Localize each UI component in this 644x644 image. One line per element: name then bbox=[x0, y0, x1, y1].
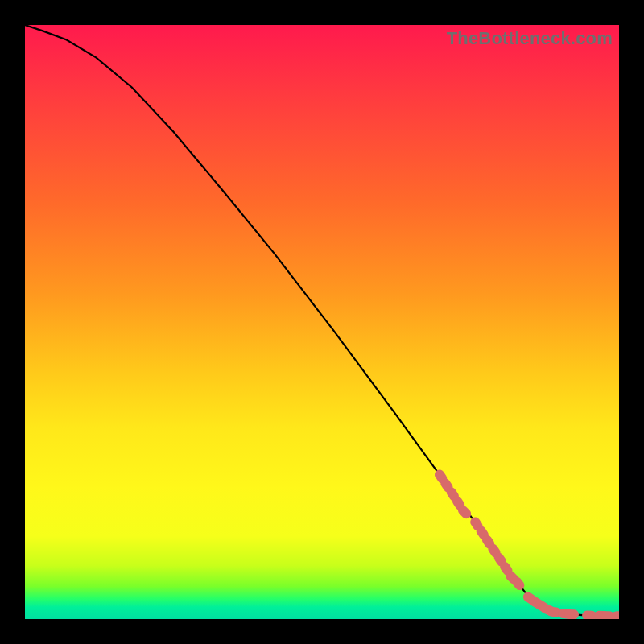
marker-dot bbox=[612, 611, 619, 619]
svg-rect-19 bbox=[564, 609, 580, 619]
chart-stage: TheBottleneck.com bbox=[0, 0, 644, 644]
marker-dot bbox=[564, 609, 580, 619]
marker-group bbox=[433, 468, 619, 619]
main-curve bbox=[25, 25, 619, 616]
chart-frame: TheBottleneck.com bbox=[24, 24, 620, 620]
plot-area: TheBottleneck.com bbox=[25, 25, 619, 619]
chart-overlay bbox=[25, 25, 619, 619]
svg-rect-23 bbox=[612, 611, 619, 619]
